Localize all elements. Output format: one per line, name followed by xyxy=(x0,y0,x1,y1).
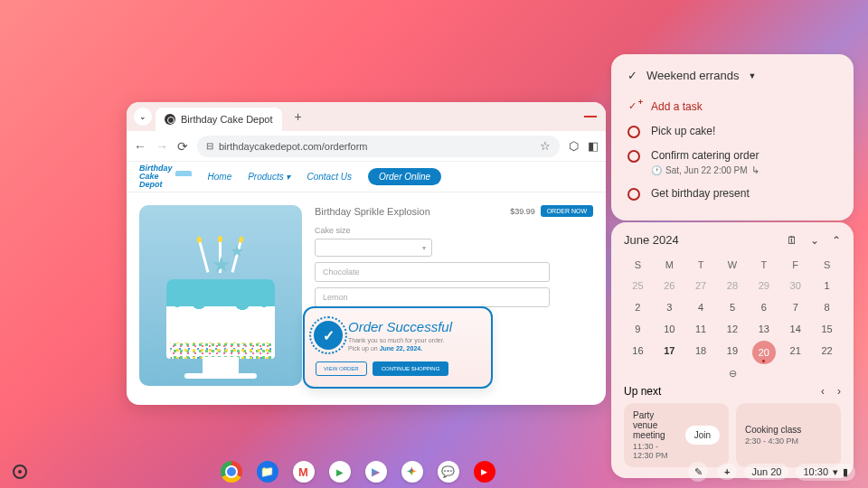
calendar-day[interactable]: 4 xyxy=(687,297,715,317)
order-online-button[interactable]: Order Online xyxy=(368,168,441,185)
calendar-day[interactable]: 22 xyxy=(813,341,841,364)
calendar-day[interactable]: 3 xyxy=(656,297,684,317)
star-icon: ★ xyxy=(230,241,244,261)
reload-button[interactable]: ⟳ xyxy=(177,139,188,154)
calendar-day[interactable]: 17 xyxy=(656,341,684,364)
battery-icon: ▮ xyxy=(843,466,848,478)
task-checkbox[interactable] xyxy=(627,188,640,201)
add-shortcut-button[interactable]: + xyxy=(717,464,737,480)
tasks-list-selector[interactable]: ✓ Weekend errands ▼ xyxy=(627,69,837,82)
calendar-day[interactable]: 25 xyxy=(624,276,652,296)
chrome-icon[interactable] xyxy=(221,461,242,483)
status-tray[interactable]: 10:30 ▾ ▮ xyxy=(796,464,855,481)
shelf-date[interactable]: Jun 20 xyxy=(744,464,788,480)
calendar-day[interactable]: 26 xyxy=(656,276,684,296)
task-checkbox[interactable] xyxy=(627,150,640,163)
modal-title: Order Successful xyxy=(348,319,480,334)
calendar-day[interactable]: 12 xyxy=(719,319,747,339)
expand-icon[interactable]: ⌃ xyxy=(832,234,841,247)
tasks-check-icon: ✓ xyxy=(627,69,637,82)
next-event-button[interactable]: › xyxy=(837,385,841,398)
tab-search-button[interactable]: ⌄ xyxy=(134,108,152,126)
chevron-down-icon: ▼ xyxy=(748,71,756,80)
calendar-day[interactable]: 21 xyxy=(781,341,809,364)
calendar-day[interactable]: 8 xyxy=(813,297,841,317)
play-store-icon[interactable] xyxy=(365,461,387,483)
meet-icon[interactable] xyxy=(329,461,351,483)
calendar-day[interactable]: 10 xyxy=(656,319,684,339)
site-logo[interactable]: Birthday Cake Depot xyxy=(139,164,192,189)
flavor-select-2[interactable]: Lemon xyxy=(315,287,550,307)
calendar-dow: T xyxy=(750,256,778,274)
nav-products[interactable]: Products ▾ xyxy=(248,172,290,182)
calendar-day[interactable]: 13 xyxy=(750,319,778,339)
calendar-day[interactable]: 29 xyxy=(750,276,778,296)
jump-to-date-icon[interactable]: 🗓 xyxy=(787,234,797,247)
nav-home[interactable]: Home xyxy=(208,172,232,182)
calendar-day[interactable]: 14 xyxy=(781,319,809,339)
calendar-day[interactable]: 20 xyxy=(752,341,776,364)
address-bar[interactable]: ⊟ birthdaycakedepot.com/orderform ☆ xyxy=(197,136,560,157)
extensions-icon[interactable]: ⬡ xyxy=(569,139,579,153)
collapse-icon[interactable]: ⌄ xyxy=(810,234,819,247)
launcher-button[interactable] xyxy=(13,465,27,479)
continue-shopping-button[interactable]: CONTINUE SHOPPING xyxy=(373,361,449,376)
calendar-day[interactable]: 30 xyxy=(781,276,809,296)
view-order-button[interactable]: VIEW ORDER xyxy=(316,361,367,376)
success-check-icon: ✓ xyxy=(314,321,343,350)
site-nav: Birthday Cake Depot Home Products ▾ Cont… xyxy=(127,162,606,192)
upnext-label: Up next xyxy=(624,385,661,398)
youtube-icon[interactable] xyxy=(474,461,495,483)
logo-cake-icon xyxy=(175,171,192,183)
forward-button[interactable]: → xyxy=(156,139,168,154)
bookmark-icon[interactable]: ☆ xyxy=(540,139,551,153)
calendar-day[interactable]: 7 xyxy=(781,297,809,317)
task-item[interactable]: Pick up cake! xyxy=(627,119,837,144)
new-tab-button[interactable]: + xyxy=(289,109,307,124)
messages-icon[interactable] xyxy=(438,461,459,483)
star-icon: ★ xyxy=(212,252,231,277)
calendar-day[interactable]: 1 xyxy=(813,276,841,296)
task-datetime: 🕐 Sat, Jun 22 2:00 PM ↳ xyxy=(651,164,760,176)
site-settings-icon[interactable]: ⊟ xyxy=(206,141,213,151)
calendar-grid: SMTWTFS252627282930123456789101112131415… xyxy=(624,256,841,364)
add-task-button[interactable]: Add a task xyxy=(627,95,837,119)
join-button[interactable]: Join xyxy=(685,426,720,445)
task-item[interactable]: Confirm catering order 🕐 Sat, Jun 22 2:0… xyxy=(627,144,837,182)
calendar-day[interactable]: 15 xyxy=(813,319,841,339)
calendar-day[interactable]: 11 xyxy=(687,319,715,339)
calendar-dow: W xyxy=(719,256,747,274)
calendar-day[interactable]: 16 xyxy=(624,341,652,364)
task-checkbox[interactable] xyxy=(627,126,640,138)
back-button[interactable]: ← xyxy=(134,139,146,154)
label-cake-size: Cake size xyxy=(315,226,593,235)
calendar-day[interactable]: 18 xyxy=(687,341,715,364)
prev-event-button[interactable]: ‹ xyxy=(821,385,825,398)
calendar-drag-handle[interactable]: ⊖ xyxy=(624,368,841,380)
calendar-day[interactable]: 6 xyxy=(750,297,778,317)
browser-tab[interactable]: Birthday Cake Depot xyxy=(156,108,282,131)
task-item[interactable]: Get birthday present xyxy=(627,182,837,206)
tasks-widget: ✓ Weekend errands ▼ Add a task Pick up c… xyxy=(611,54,854,221)
stylus-icon[interactable]: ✎ xyxy=(688,462,708,482)
side-panel-icon[interactable]: ◧ xyxy=(588,139,599,153)
chrome-window: ⌄ Birthday Cake Depot + ← → ⟳ ⊟ birthday… xyxy=(127,102,606,405)
minimize-button[interactable] xyxy=(584,116,597,117)
wifi-icon: ▾ xyxy=(833,466,838,478)
calendar-month: June 2024 xyxy=(624,233,679,247)
url-text: birthdaycakedepot.com/orderform xyxy=(219,141,367,152)
calendar-day[interactable]: 2 xyxy=(624,297,652,317)
calendar-day[interactable]: 28 xyxy=(719,276,747,296)
calendar-day[interactable]: 27 xyxy=(687,276,715,296)
gmail-icon[interactable] xyxy=(293,461,315,483)
cake-size-select[interactable]: ▾ xyxy=(315,239,432,257)
calendar-day[interactable]: 5 xyxy=(719,297,747,317)
files-icon[interactable] xyxy=(257,461,278,483)
calendar-day[interactable]: 19 xyxy=(719,341,747,364)
nav-contact[interactable]: Contact Us xyxy=(307,172,351,182)
clock-icon: 🕐 xyxy=(651,165,662,175)
flavor-select-1[interactable]: Chocolate xyxy=(315,262,550,282)
photos-icon[interactable] xyxy=(401,461,423,483)
calendar-day[interactable]: 9 xyxy=(624,319,652,339)
order-now-button[interactable]: ORDER NOW xyxy=(541,205,593,217)
